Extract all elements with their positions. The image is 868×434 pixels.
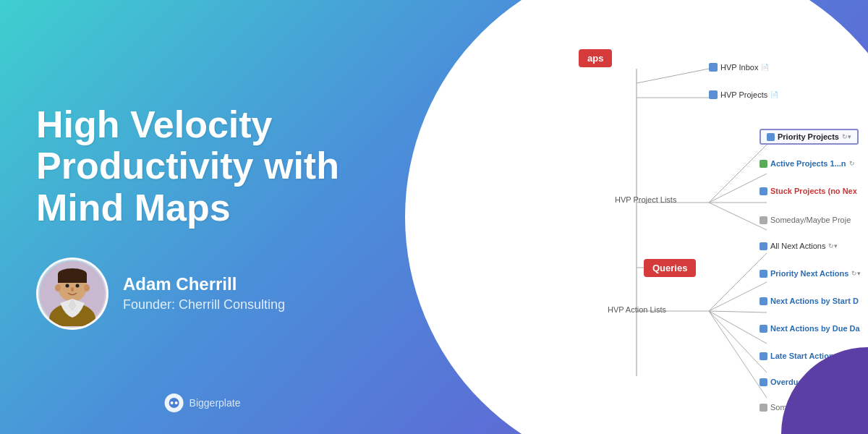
svg-point-10: [76, 284, 80, 287]
hvp-action-lists-label: HVP Action Lists: [608, 305, 666, 314]
svg-line-30: [709, 311, 767, 398]
hvp-projects-node: HVP Projects 📄: [709, 90, 778, 99]
hvp-inbox-node: HVP Inbox 📄: [709, 63, 769, 72]
svg-line-25: [709, 253, 767, 311]
biggerplate-branding: Biggerplate: [165, 393, 241, 412]
all-next-actions-node: All Next Actions ↻▾: [760, 242, 838, 250]
priority-projects-node: Priority Projects ↻▾: [760, 129, 859, 145]
queries-label: Queries: [644, 259, 696, 277]
svg-point-13: [171, 401, 174, 404]
next-actions-due-icon: [760, 325, 767, 333]
hvp-projects-icon: [709, 90, 718, 99]
hvp-project-lists-label: HVP Project Lists: [615, 195, 676, 204]
left-panel: High Velocity Productivity with Mind Map…: [0, 0, 405, 434]
svg-line-20: [709, 174, 767, 203]
main-container: High Velocity Productivity with Mind Map…: [0, 0, 868, 434]
svg-point-11: [71, 287, 74, 292]
priority-next-actions-node: Priority Next Actions ↻▾: [760, 269, 861, 278]
active-projects-node: Active Projects 1...n ↻: [760, 159, 855, 168]
stuck-projects-icon: [760, 187, 767, 195]
mindmap-panel: aps HVP Inbox 📄 HVP Projects 📄 HVP Proje…: [405, 0, 868, 434]
stuck-projects-node: Stuck Projects (no Nex: [760, 187, 857, 195]
maps-node: aps: [579, 49, 612, 67]
main-title: High Velocity Productivity with Mind Map…: [36, 104, 369, 229]
svg-point-9: [66, 284, 69, 287]
all-next-actions-label: All Next Actions: [770, 242, 825, 250]
svg-line-26: [709, 282, 767, 311]
svg-rect-6: [58, 274, 87, 283]
overdue-actions-icon: [760, 378, 767, 386]
biggerplate-label: Biggerplate: [190, 397, 241, 409]
svg-line-22: [709, 203, 767, 230]
hvp-projects-label: HVP Projects: [720, 90, 767, 99]
svg-point-7: [55, 284, 61, 292]
profile-section: Adam Cherrill Founder: Cherrill Consulti…: [36, 258, 369, 330]
queries-node: Queries: [644, 259, 696, 277]
maps-label: aps: [579, 49, 612, 67]
someday-icon: [760, 216, 767, 224]
profile-name: Adam Cherrill: [123, 274, 285, 294]
svg-line-16: [637, 69, 709, 83]
next-actions-start-icon: [760, 297, 767, 305]
all-next-actions-icon: [760, 242, 767, 250]
late-start-actions-icon: [760, 352, 767, 360]
stuck-projects-label: Stuck Projects (no Nex: [770, 187, 857, 195]
profile-role: Founder: Cherrill Consulting: [123, 297, 285, 312]
active-projects-label: Active Projects 1...n: [770, 159, 846, 168]
biggerplate-logo-icon: [165, 393, 184, 412]
svg-line-29: [709, 311, 767, 373]
priority-next-actions-label: Priority Next Actions: [770, 269, 848, 278]
next-actions-start-node: Next Actions by Start D: [760, 297, 859, 305]
avatar: [36, 258, 109, 330]
svg-point-8: [84, 284, 90, 292]
svg-line-27: [709, 311, 767, 312]
next-actions-start-label: Next Actions by Start D: [770, 297, 859, 305]
someday-ma-icon: [760, 404, 767, 412]
someday-maybe-node: Someday/Maybe Proje: [760, 216, 851, 224]
next-actions-due-label: Next Actions by Due Da: [770, 324, 860, 333]
someday-maybe-label: Someday/Maybe Proje: [770, 216, 851, 224]
profile-info: Adam Cherrill Founder: Cherrill Consulti…: [123, 274, 285, 312]
priority-next-actions-icon: [760, 270, 767, 278]
next-actions-due-node: Next Actions by Due Da: [760, 324, 860, 333]
hvp-inbox-label: HVP Inbox: [720, 63, 758, 72]
svg-point-14: [175, 401, 178, 404]
svg-line-28: [709, 311, 767, 344]
active-projects-icon: [760, 160, 767, 168]
priority-projects-label: Priority Projects: [778, 132, 839, 141]
svg-line-19: [709, 145, 767, 203]
hvp-inbox-icon: [709, 63, 718, 72]
